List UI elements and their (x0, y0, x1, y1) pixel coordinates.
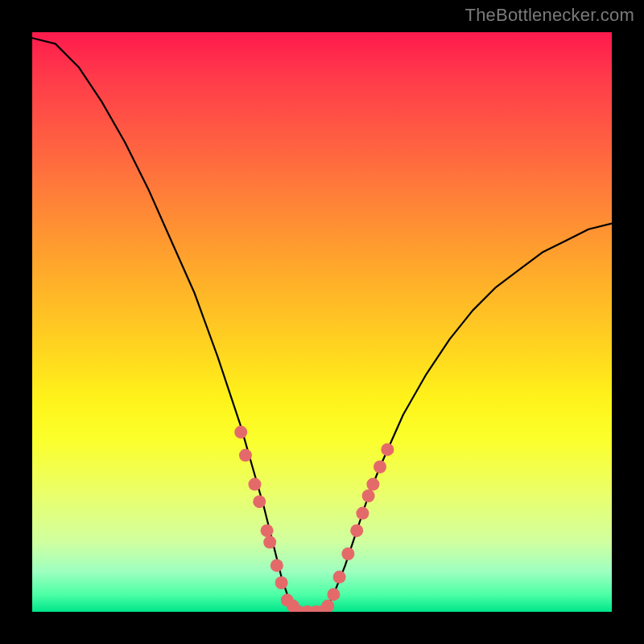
highlight-dot (327, 588, 340, 601)
highlight-dot (239, 449, 252, 462)
highlight-dot (275, 576, 288, 589)
highlight-dot (381, 443, 394, 456)
highlight-dot (366, 478, 379, 491)
highlight-dot (341, 547, 354, 560)
highlight-dot (333, 571, 346, 584)
highlight-dot (263, 536, 276, 549)
highlight-dot (234, 426, 247, 439)
chart-overlay (32, 32, 612, 612)
highlight-dot (362, 489, 375, 502)
bottleneck-curve (32, 38, 612, 612)
highlight-dot (374, 460, 386, 473)
highlight-dot (321, 600, 334, 612)
highlight-dot (270, 559, 283, 572)
plot-area (32, 32, 612, 612)
highlight-dot (350, 524, 363, 537)
highlight-dots (234, 426, 394, 612)
watermark-text: TheBottlenecker.com (465, 5, 634, 26)
highlight-dot (261, 524, 274, 537)
highlight-dot (248, 478, 261, 491)
highlight-dot (356, 507, 369, 520)
chart-frame: TheBottlenecker.com (0, 0, 644, 644)
highlight-dot (253, 495, 266, 508)
